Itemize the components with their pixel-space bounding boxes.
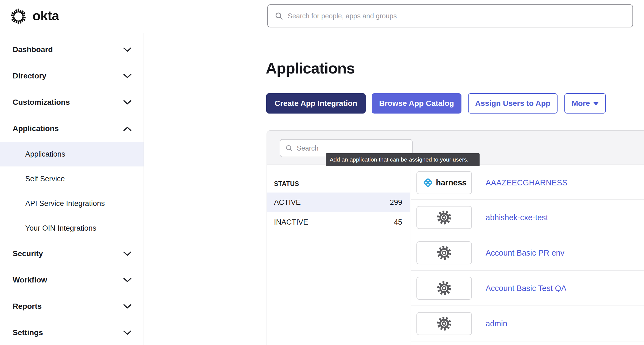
app-list: harness AAAZEECGHARNESS abhishek-cxe-tes…	[411, 166, 644, 345]
app-row: Account Basic PR env	[411, 235, 644, 271]
sidebar-item-applications[interactable]: Applications	[0, 115, 144, 142]
filter-row-inactive[interactable]: INACTIVE 45	[267, 212, 410, 232]
app-logo-card	[416, 206, 472, 229]
filter-label: ACTIVE	[274, 198, 301, 207]
okta-sunburst-icon	[10, 8, 27, 25]
sidebar-item-settings[interactable]: Settings	[0, 319, 144, 345]
brand-wordmark: okta	[32, 9, 59, 24]
panel-toolbar: Add an application that can be assigned …	[267, 131, 644, 165]
tooltip: Add an application that can be assigned …	[326, 153, 480, 166]
search-icon	[285, 144, 293, 152]
app-row: abhishek-cxe-test	[411, 200, 644, 235]
sidebar-item-customizations[interactable]: Customizations	[0, 89, 144, 115]
app-link[interactable]: Account Basic Test QA	[486, 284, 566, 293]
sidebar-subitem-self-service[interactable]: Self Service	[0, 166, 144, 191]
app-row: Account Basic Test QA	[411, 271, 644, 306]
create-app-integration-button[interactable]: Create App Integration	[266, 93, 366, 114]
global-search-input[interactable]	[288, 12, 626, 20]
top-bar: okta	[0, 0, 644, 33]
page-title: Applications	[266, 59, 355, 77]
app-search-input[interactable]	[297, 144, 407, 152]
applications-panel: Add an application that can be assigned …	[267, 130, 644, 345]
gear-icon	[436, 245, 452, 261]
sidebar-item-label: Dashboard	[13, 45, 53, 54]
caret-down-icon	[593, 102, 598, 106]
chevron-down-icon	[123, 100, 131, 105]
filter-label: INACTIVE	[274, 218, 308, 227]
sidebar-item-label: Customizations	[13, 98, 70, 107]
filter-count: 299	[390, 198, 402, 207]
sidebar-item-label: Reports	[13, 302, 42, 311]
app-logo-card	[416, 277, 472, 300]
app-logo-card: harness	[416, 171, 472, 194]
chevron-down-icon	[123, 74, 131, 78]
sidebar: Dashboard Directory Customizations Appli…	[0, 33, 144, 345]
app-link[interactable]: AAAZEECGHARNESS	[486, 178, 567, 187]
chevron-down-icon	[123, 251, 131, 256]
chevron-down-icon	[123, 278, 131, 282]
sidebar-subitem-label: Your OIN Integrations	[25, 224, 96, 233]
browse-app-catalog-button[interactable]: Browse App Catalog	[372, 93, 461, 114]
filter-row-active[interactable]: ACTIVE 299	[267, 193, 410, 212]
app-row: admin	[411, 306, 644, 341]
app-link[interactable]: abhishek-cxe-test	[486, 213, 548, 222]
harness-wordmark: harness	[436, 178, 467, 187]
chevron-down-icon	[123, 330, 131, 335]
filter-count: 45	[394, 218, 402, 227]
sidebar-subitem-label: Self Service	[25, 175, 65, 183]
sidebar-item-label: Security	[13, 249, 43, 258]
harness-logo-icon	[422, 177, 434, 189]
status-filter: STATUS ACTIVE 299 INACTIVE 45	[267, 166, 410, 345]
sidebar-subitem-label: API Service Integrations	[25, 199, 105, 208]
button-label: Browse App Catalog	[379, 99, 454, 108]
button-label: Create App Integration	[275, 99, 357, 108]
gear-icon	[436, 280, 452, 296]
sidebar-item-dashboard[interactable]: Dashboard	[0, 36, 144, 63]
sidebar-item-directory[interactable]: Directory	[0, 63, 144, 89]
sidebar-subitem-label: Applications	[25, 150, 65, 159]
button-label: Assign Users to App	[475, 99, 550, 108]
sidebar-item-label: Applications	[13, 124, 59, 133]
chevron-up-icon	[123, 126, 131, 131]
sidebar-item-label: Workflow	[13, 276, 47, 284]
assign-users-to-app-button[interactable]: Assign Users to App	[468, 93, 558, 114]
sidebar-item-label: Directory	[13, 72, 46, 80]
sidebar-subitem-api-service-integrations[interactable]: API Service Integrations	[0, 191, 144, 216]
chevron-down-icon	[123, 47, 131, 52]
search-icon	[275, 12, 283, 20]
sidebar-item-label: Settings	[13, 328, 43, 337]
tooltip-text: Add an application that can be assigned …	[330, 156, 469, 163]
more-button[interactable]: More	[564, 93, 606, 114]
app-link[interactable]: admin	[486, 319, 507, 328]
global-search[interactable]	[267, 4, 633, 27]
sidebar-item-reports[interactable]: Reports	[0, 293, 144, 319]
gear-icon	[436, 210, 452, 225]
sidebar-item-workflow[interactable]: Workflow	[0, 267, 144, 293]
app-row: harness AAAZEECGHARNESS	[411, 166, 644, 200]
app-logo-card	[416, 241, 472, 264]
button-label: More	[572, 99, 590, 108]
sidebar-subitem-your-oin-integrations[interactable]: Your OIN Integrations	[0, 216, 144, 241]
sidebar-item-security[interactable]: Security	[0, 241, 144, 267]
chevron-down-icon	[123, 304, 131, 309]
sidebar-subitem-applications[interactable]: Applications	[0, 142, 144, 166]
app-link[interactable]: Account Basic PR env	[486, 248, 564, 257]
okta-logo: okta	[10, 7, 59, 26]
gear-icon	[436, 316, 452, 332]
app-logo-card	[416, 312, 472, 335]
status-filter-heading: STATUS	[274, 180, 410, 188]
